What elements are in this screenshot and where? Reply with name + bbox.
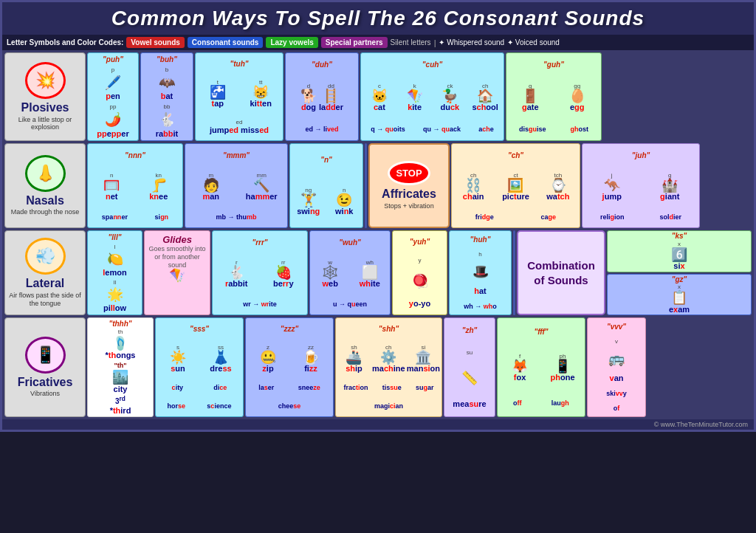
- row-fricatives: 📱 Fricatives Vibrations "thhh" th 🩴 *tho…: [4, 317, 752, 417]
- sound-guh: "guh" g 🚪 gate gg 🥚 egg disguise gh: [506, 52, 602, 141]
- affricates-desc: Stops + vibration: [384, 202, 433, 210]
- main-container: Common Ways To Spell The 26 Consonant So…: [0, 0, 756, 432]
- nasals-title: Nasals: [26, 194, 64, 207]
- badge-whisper: ✦ Whispered sound: [439, 38, 504, 47]
- sound-cuh: "cuh" c 🐱 cat k 🪁 kite ck 🦆: [360, 52, 504, 141]
- sound-yuh: "yuh" y 🪀 yo-yo: [392, 230, 447, 315]
- sound-rrr: "rrr" r 🐇 rabbit rr 🍓 berry wr → write: [212, 230, 308, 315]
- sound-puh: "puh" p 🖊️ pen pp 🌶️ ppepper: [87, 52, 139, 141]
- sound-ks: "ks" x 6️⃣ six: [607, 230, 752, 272]
- fricatives-icon: 📱: [25, 337, 66, 374]
- row-nasals: 👃 Nasals Made through the nose "nnn" n 🥅…: [4, 143, 752, 228]
- legend-bar: Letter Symbols and Color Codes: Vowel so…: [2, 35, 754, 50]
- sound-buh: "buh" b 🦇 bat bb 🐇 rabbit: [140, 52, 193, 141]
- stop-sign: STOP: [388, 161, 430, 185]
- row-plosives: 💥 Plosives Like a little stop or explosi…: [4, 52, 752, 141]
- sound-huh: "huh" h 🎩 hat wh → who: [449, 230, 512, 315]
- sound-thhh: "thhh" th 🩴 *thongs "th" 🏙️ city 3rd *th…: [87, 317, 154, 417]
- badge-silent: Silent letters: [391, 38, 431, 47]
- badge-special: Special partners: [321, 37, 388, 48]
- content-area: 💥 Plosives Like a little stop or explosi…: [2, 50, 754, 419]
- legend-label: Letter Symbols and Color Codes:: [7, 38, 123, 47]
- sound-ng: "n" ng 🏋️ swing n 😉 wink: [289, 143, 363, 228]
- sound-tuh: "tuh" t 🚰 tap tt 😸 kitten ed: [195, 52, 284, 141]
- puh-title: "puh": [103, 55, 123, 63]
- divider-nasals-affricates: [365, 143, 367, 228]
- affricates-title: Affricates: [382, 188, 436, 201]
- sound-sss: "sss" s ☀️ sun ss 👗 dress city dice: [155, 317, 244, 417]
- combination-cell: Combinationof Sounds: [517, 230, 605, 315]
- category-plosives: 💥 Plosives Like a little stop or explosi…: [4, 52, 86, 141]
- badge-lazy: Lazy vowels: [266, 37, 317, 48]
- page-title: Common Ways To Spell The 26 Consonant So…: [2, 2, 754, 35]
- lateral-desc: Air flows past the side of the tongue: [8, 292, 82, 308]
- badge-consonant: Consonant sounds: [188, 37, 264, 48]
- combination-title: Combinationof Sounds: [527, 258, 595, 287]
- nasals-desc: Made through the nose: [11, 208, 80, 216]
- sound-zh: "zh" su 📏 measure: [444, 317, 495, 417]
- fricatives-desc: Vibrations: [30, 390, 60, 398]
- divider-lateral-combo: [513, 230, 515, 315]
- sound-vvv: "vvv" v 🚌 van skivvy of: [587, 317, 646, 417]
- sound-gz: "gz" x 📋 exam: [607, 274, 752, 316]
- footer: © www.TheTenMinuteTutor.com: [2, 419, 754, 430]
- combo-sounds: "ks" x 6️⃣ six "gz" x 📋 exam: [607, 230, 752, 315]
- lateral-title: Lateral: [26, 277, 64, 290]
- badge-voiced: ✦ Voiced sound: [507, 38, 560, 47]
- sound-shh: "shh" sh 🚢 ship ch ⚙️ machine si 🏛️: [335, 317, 442, 417]
- badge-vowel: Vowel sounds: [126, 37, 185, 48]
- row-lateral: 💨 Lateral Air flows past the side of the…: [4, 230, 752, 315]
- plosives-desc: Like a little stop or explosion: [8, 116, 82, 132]
- category-affricates: STOP Affricates Stops + vibration: [368, 143, 450, 228]
- plosives-title: Plosives: [21, 101, 69, 114]
- sound-fff: "fff" f 🦊 fox ph 📱 phone off laugh: [497, 317, 585, 417]
- plosives-icon: 💥: [25, 62, 66, 99]
- sound-wuh: "wuh" w 🕸️ web wh ⬜ white u → queen: [309, 230, 391, 315]
- category-glides: Glides Goes smoothly into or from anothe…: [144, 230, 210, 315]
- sound-mmm: "mmm" m 🧑 man mm 🔨 hammer mb → thumb: [185, 143, 288, 228]
- category-lateral: 💨 Lateral Air flows past the side of the…: [4, 230, 86, 315]
- sound-lll: "lll" l 🍋 lemon ll 🌟 pillow: [87, 230, 142, 315]
- sound-ch: "ch" ch ⛓️ chain ct 🖼️ picture tch ⌚: [451, 143, 580, 228]
- sound-nnn: "nnn" n 🥅 net kn 🦵 knee spanner sig: [87, 143, 183, 228]
- nasals-icon: 👃: [25, 155, 66, 192]
- fricatives-title: Fricatives: [18, 376, 73, 389]
- category-fricatives: 📱 Fricatives Vibrations: [4, 317, 86, 417]
- sound-juh: "juh" j 🦘 jump g 🏰 giant religion s: [582, 143, 700, 228]
- category-nasals: 👃 Nasals Made through the nose: [4, 143, 86, 228]
- lateral-icon: 💨: [25, 238, 66, 275]
- sound-duh: "duh" d 🐕 dog dd 🪜 ladder ed → lived: [285, 52, 359, 141]
- sound-zzz: "zzz" z 🤐 zip zz 🍺 fizz laser sneez: [245, 317, 334, 417]
